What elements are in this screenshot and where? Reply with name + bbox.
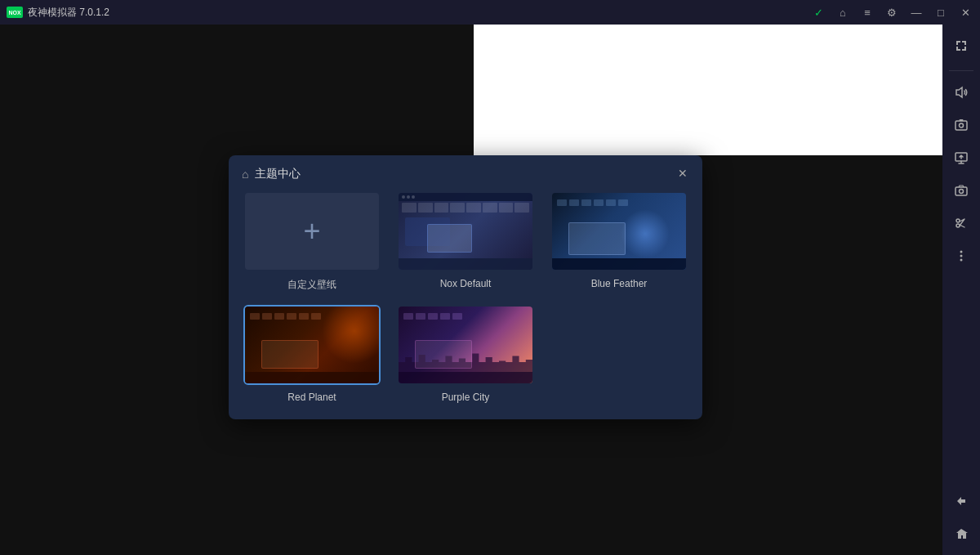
theme-item-blue-feather[interactable]: Blue Feather	[549, 191, 689, 292]
rp-taskbar	[245, 372, 379, 383]
sidebar-camera-btn[interactable]	[947, 176, 976, 205]
sidebar-more-btn[interactable]	[947, 241, 976, 271]
nd-dot-2	[407, 195, 410, 199]
bf-icon-5	[606, 199, 616, 206]
blue-feather-thumb-bg	[552, 193, 686, 270]
bf-icon-3	[581, 199, 591, 206]
sidebar-sep-1	[949, 70, 973, 71]
nd-icon-7	[499, 203, 514, 213]
pc-icon-3	[428, 313, 438, 320]
bf-window	[568, 222, 626, 255]
sidebar-home-btn[interactable]	[947, 519, 976, 548]
bf-icons	[557, 199, 681, 206]
sidebar-screenshare-btn[interactable]	[947, 143, 976, 172]
rp-icon-3	[274, 313, 284, 320]
theme-label-nox-default: Nox Default	[440, 278, 492, 289]
bf-icon-6	[618, 199, 628, 206]
titlebar-controls: ✓ ⌂ ≡ ⚙ — □ ✕	[807, 1, 980, 24]
themes-grid-row2: Red Planet	[229, 292, 702, 403]
bf-icon-1	[557, 199, 567, 206]
dialog-close-btn[interactable]: ✕	[673, 163, 693, 183]
custom-thumb-bg: +	[245, 193, 379, 270]
svg-rect-4	[960, 119, 964, 121]
theme-label-custom: 自定义壁纸	[287, 278, 336, 292]
nd-icon-8	[514, 203, 529, 213]
svg-point-11	[960, 255, 963, 257]
pc-window	[415, 340, 472, 369]
white-content-area	[474, 25, 942, 155]
bf-taskbar	[552, 258, 686, 270]
titlebar-minimize-btn[interactable]: —	[905, 1, 928, 24]
svg-point-8	[956, 219, 960, 222]
sidebar-volume-btn[interactable]	[947, 78, 976, 107]
nd-icon-6	[483, 203, 497, 213]
svg-rect-2	[956, 121, 967, 130]
nd-icon-3	[434, 203, 449, 213]
pc-icon-5	[452, 313, 462, 320]
nd-icon-5	[466, 203, 481, 213]
svg-point-10	[960, 251, 963, 253]
theme-label-blue-feather: Blue Feather	[591, 278, 648, 289]
pc-icon-2	[416, 313, 425, 320]
rp-icon-5	[299, 313, 309, 320]
theme-thumbnail-red-planet	[243, 305, 381, 385]
nd-icon-1	[402, 203, 416, 213]
sidebar-expand-btn[interactable]	[947, 31, 976, 60]
nd-icon-4	[450, 203, 465, 213]
rp-icon-1	[250, 313, 260, 320]
rp-icon-4	[287, 313, 296, 320]
theme-item-red-planet[interactable]: Red Planet	[242, 305, 382, 403]
nd-window2	[427, 224, 472, 253]
sidebar-bottom	[947, 486, 976, 555]
red-planet-thumb-bg	[245, 307, 379, 383]
sidebar-back-btn[interactable]	[947, 486, 976, 516]
pc-taskbar	[399, 372, 532, 383]
nd-icons-area	[402, 203, 529, 213]
theme-thumbnail-purple-city	[397, 305, 534, 385]
theme-item-custom[interactable]: + 自定义壁纸	[242, 191, 382, 292]
nox-default-thumb-bg	[399, 193, 532, 270]
pc-icons	[403, 313, 528, 320]
dialog-home-icon: ⌂	[242, 168, 248, 181]
sidebar-scissors-btn[interactable]	[947, 208, 976, 238]
titlebar-settings-btn[interactable]: ⚙	[880, 1, 903, 24]
sidebar-screenshot-btn[interactable]	[947, 110, 976, 140]
rp-window	[261, 340, 318, 369]
svg-point-3	[960, 123, 964, 128]
theme-item-empty	[549, 305, 689, 403]
rp-icon-6	[311, 313, 321, 320]
theme-thumbnail-custom: +	[243, 191, 381, 271]
bf-icon-4	[594, 199, 604, 206]
theme-thumbnail-blue-feather	[550, 191, 688, 271]
right-sidebar	[942, 25, 980, 555]
theme-label-purple-city: Purple City	[442, 392, 490, 403]
svg-rect-6	[956, 187, 967, 195]
rp-icons	[250, 313, 374, 320]
nox-logo-icon: NOX	[7, 7, 23, 18]
svg-point-12	[960, 259, 963, 262]
nd-icon-2	[418, 203, 433, 213]
themes-grid-row1: + 自定义壁纸	[229, 191, 702, 292]
nd-dot-3	[412, 195, 415, 199]
theme-item-nox-default[interactable]: Nox Default	[395, 191, 536, 292]
svg-text:NOX: NOX	[8, 10, 21, 16]
titlebar-check-btn[interactable]: ✓	[807, 1, 830, 24]
theme-item-purple-city[interactable]: Purple City	[395, 305, 536, 403]
rp-icon-2	[262, 313, 272, 320]
dialog-title: 主题中心	[255, 167, 301, 181]
pc-icon-1	[403, 313, 413, 320]
titlebar-close-btn[interactable]: ✕	[954, 1, 977, 24]
dialog-header: ⌂ 主题中心 ✕	[229, 155, 702, 191]
pc-icon-4	[440, 313, 450, 320]
titlebar-home-btn[interactable]: ⌂	[831, 1, 854, 24]
nd-topbar	[399, 193, 532, 201]
plus-icon: +	[303, 217, 320, 246]
titlebar-menu-btn[interactable]: ≡	[856, 1, 879, 24]
purple-city-thumb-bg	[399, 307, 532, 383]
bf-icon-2	[569, 199, 579, 206]
titlebar-logo: NOX 夜神模拟器 7.0.1.2	[0, 6, 116, 20]
theme-thumbnail-nox-default	[397, 191, 534, 271]
nd-taskbar	[399, 258, 532, 270]
main-area: ⌂ 主题中心 ✕ + 自定义壁纸	[0, 25, 942, 555]
titlebar-maximize-btn[interactable]: □	[929, 1, 952, 24]
